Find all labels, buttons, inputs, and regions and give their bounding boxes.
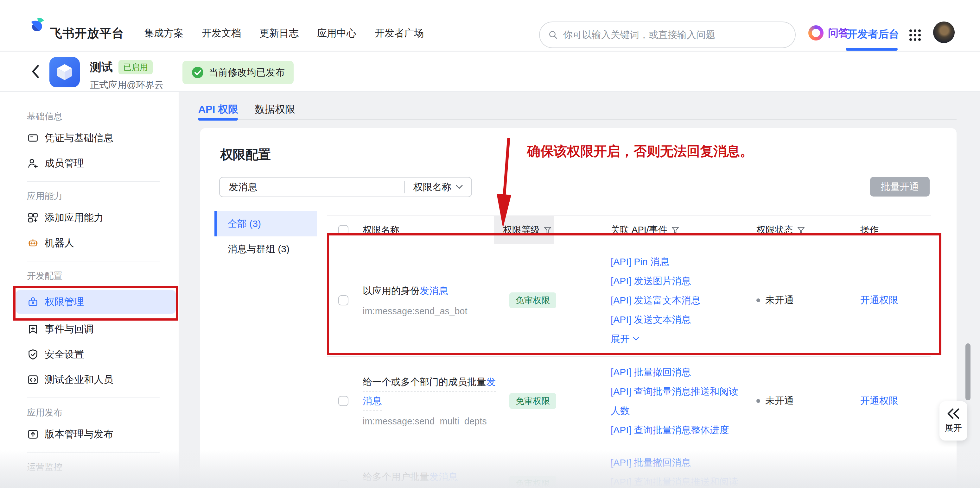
row-checkbox[interactable] [338,480,348,488]
api-link[interactable]: [API] 查询批量消息推送和阅读 [611,472,746,488]
chevron-down-icon [456,185,463,189]
filter-funnel-icon [544,226,552,234]
api-link[interactable]: [API] 查询批量消息整体进度 [611,420,746,440]
qa-ring-icon [808,25,824,41]
row-checkbox[interactable] [338,396,348,406]
expand-panel-button[interactable]: 展开 [939,401,967,440]
permission-name-line: 消息 [363,394,494,410]
table-header-label: 权限名称 [363,224,399,236]
table-header-row: 权限名称权限等级关联 API/事件权限状态操作 [327,215,931,244]
credential-card-icon [27,132,39,144]
robot-icon [27,237,39,249]
nav-console-link[interactable]: 开发者后台 [847,27,899,41]
sidebar-item[interactable]: 测试企业和人员 [0,367,179,393]
nav-qa[interactable]: 问答 [808,25,849,41]
row-checkbox[interactable] [338,295,348,306]
related-api-cell: [API] 批量撤回消息[API] 查询批量消息推送和阅读人数[API] 查询批… [602,356,746,445]
permission-name-line: 给多个用户批量发消息 [363,470,494,486]
permission-search-input[interactable] [220,182,404,192]
api-link[interactable]: [API] 发送富文本消息 [611,290,746,310]
feishu-logo-icon [29,17,46,33]
permission-name[interactable]: 给一个或多个部门的成员批量发 [363,375,496,391]
api-link[interactable]: [API] 批量撤回消息 [611,453,746,472]
sidebar-item[interactable]: 添加应用能力 [0,205,179,230]
open-permission-link[interactable]: 开通权限 [860,294,931,307]
level-badge: 免审权限 [509,292,556,308]
status-indicator: 未开通 [756,395,852,407]
sidebar-item[interactable]: 凭证与基础信息 [0,125,179,151]
table-header-cell[interactable]: 权限状态 [746,216,852,244]
nav-menu-item[interactable]: 开发者广场 [375,27,424,40]
table-header-cell[interactable]: 关联 API/事件 [602,216,746,244]
permission-level-cell: 免审权限 [494,445,602,488]
permission-name-cell: 给一个或多个部门的成员批量发消息im:message:send_multi_de… [363,356,494,445]
sidebar-section: 开发配置权限管理事件与回调安全设置测试企业和人员 [0,267,179,393]
sidebar-item[interactable]: 版本管理与发布 [0,421,179,447]
select-all-checkbox[interactable] [338,225,348,235]
tab-data-permission[interactable]: 数据权限 [255,103,295,128]
permission-name[interactable]: 消息 [363,394,382,410]
permission-level-cell: 免审权限 [494,356,602,445]
search-filter-label: 权限名称 [414,181,451,194]
sidebar-section: 运营监控 [0,458,179,476]
category-item[interactable]: 消息与群组 (3) [215,236,317,262]
check-circle-icon [191,66,204,79]
nav-menu-item[interactable]: 更新日志 [259,27,299,40]
permission-status-cell: 未开通 [746,356,852,445]
permission-search-box[interactable]: 权限名称 [219,177,472,197]
permission-table: 权限名称权限等级关联 API/事件权限状态操作 以应用的身份发消息im:mess… [327,215,931,488]
level-badge: 免审权限 [509,476,556,488]
nav-menu-item[interactable]: 开发文档 [202,27,241,40]
scrollbar-thumb[interactable] [966,343,970,400]
publish-status-text: 当前修改均已发布 [209,66,285,79]
api-link[interactable]: [API] 发送图片消息 [611,271,746,290]
nav-menu-item[interactable]: 应用中心 [317,27,356,40]
api-link[interactable]: [API] Pin 消息 [611,252,746,271]
bulk-open-button[interactable]: 批量开通 [870,177,930,196]
nav-menu: 集成方案开发文档更新日志应用中心开发者广场 [144,27,424,40]
avatar[interactable] [933,22,955,43]
apps-grid-icon[interactable] [908,28,922,43]
sidebar-item-label: 权限管理 [45,295,84,309]
category-item[interactable]: 全部 (3) [215,211,317,236]
sidebar-item-label: 测试企业和人员 [45,373,113,387]
nav-menu-item[interactable]: 集成方案 [144,27,183,40]
sidebar-item[interactable]: 事件与回调 [0,317,179,342]
main-area: API 权限 数据权限 权限配置 权限名称 批量开通 全部 (3)消息与群组 (… [179,92,980,488]
nav-search-box[interactable] [539,22,795,48]
sidebar-divider [27,398,160,398]
tab-api-permission[interactable]: API 权限 [198,103,238,128]
sidebar-item-label: 事件与回调 [45,323,94,336]
sidebar-item[interactable]: 成员管理 [0,151,179,176]
api-link[interactable]: [API] 批量撤回消息 [611,362,746,382]
expand-apis-link[interactable]: 展开 [611,329,746,349]
status-indicator: 未开通 [756,294,852,307]
permission-lock-icon [27,296,39,308]
open-permission-link[interactable]: 开通权限 [860,395,931,407]
api-link[interactable]: [API] 发送文本消息 [611,310,746,329]
table-header-cell: 权限名称 [363,216,494,244]
back-icon[interactable] [30,64,40,81]
chevron-down-icon [633,337,639,341]
security-shield-icon [27,349,39,360]
sidebar-item-label: 版本管理与发布 [45,428,113,441]
api-link[interactable]: [API] 查询批量消息推送和阅读人数 [611,382,746,420]
brand-title: 飞书开放平台 [50,25,124,41]
sidebar-item[interactable]: 安全设置 [0,342,179,367]
sidebar-item-label: 成员管理 [45,157,84,170]
permission-name[interactable]: 给多个用户批量发消息 [363,470,458,486]
search-filter-dropdown[interactable]: 权限名称 [404,181,471,193]
app-status-badge: 已启用 [118,60,153,74]
tab-active-indicator [198,118,238,120]
category-list: 全部 (3)消息与群组 (3) [215,211,317,488]
sidebar-item[interactable]: 机器人 [0,230,179,256]
sidebar-section-header: 运营监控 [27,458,179,476]
action-cell: 开通权限 [852,244,931,356]
status-text: 未开通 [765,395,794,407]
sidebar-section: 应用发布版本管理与发布 [0,404,179,447]
sidebar-section: 基础信息凭证与基础信息成员管理 [0,108,179,176]
table-row: 给一个或多个部门的成员批量发消息im:message:send_multi_de… [327,356,931,445]
permission-name[interactable]: 以应用的身份发消息 [363,284,448,300]
nav-search-input[interactable] [563,29,787,40]
sidebar-item[interactable]: 权限管理 [16,290,176,314]
